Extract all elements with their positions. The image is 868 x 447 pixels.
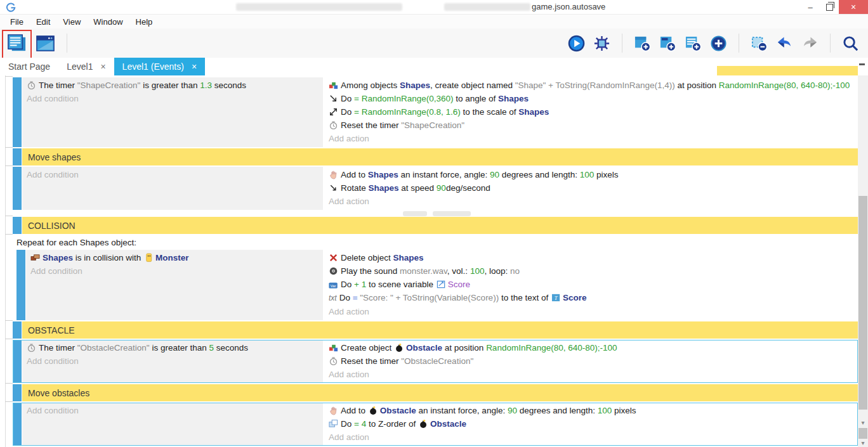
tab-level1[interactable]: Level1×: [58, 58, 114, 75]
actions-column[interactable]: Among objects Shapes, create object name…: [324, 77, 858, 147]
timer-icon: [329, 120, 338, 130]
debug-button[interactable]: [593, 35, 610, 52]
comment-row[interactable]: COLLISION: [13, 217, 858, 234]
action-line[interactable]: Play the sound monster.wav, vol.: 100, l…: [324, 264, 858, 278]
actions-column[interactable]: Delete object ShapesPlay the sound monst…: [324, 250, 858, 320]
add-condition-link[interactable]: Add condition: [26, 264, 323, 278]
remove-event-button[interactable]: [751, 35, 768, 52]
menu-item-edit[interactable]: Edit: [30, 16, 56, 28]
menu-item-file[interactable]: File: [4, 16, 30, 28]
tab-close-icon[interactable]: ×: [100, 62, 105, 72]
action-line[interactable]: Among objects Shapes, create object name…: [324, 79, 858, 92]
action-line[interactable]: Add to Obstacle an instant force, angle:…: [324, 404, 858, 417]
minimize-button[interactable]: –: [801, 0, 820, 14]
actions-column[interactable]: Create object Obstacle at position Rando…: [324, 340, 858, 383]
event-handle[interactable]: [13, 217, 22, 234]
tab-bar: Start PageLevel1×Level1 (Events)×: [0, 58, 868, 75]
add-event-button[interactable]: [634, 35, 651, 52]
menu-item-view[interactable]: View: [56, 16, 87, 28]
scrollbar-mini-thumb[interactable]: [858, 428, 867, 439]
action-line[interactable]: Create object Obstacle at position Rando…: [324, 341, 858, 354]
add-comment-button[interactable]: [685, 35, 702, 52]
vertical-scrollbar[interactable]: ▾ ▾: [858, 75, 868, 447]
action-line[interactable]: Do = 4 to Z-order of Obstacle: [324, 417, 858, 431]
event-handle[interactable]: [13, 148, 22, 165]
scroll-down-icon[interactable]: ▾: [861, 419, 864, 427]
add-condition-link[interactable]: Add condition: [22, 92, 323, 105]
add-condition-link[interactable]: Add condition: [22, 404, 323, 417]
conditions-column[interactable]: The timer "ObstacleCreation" is greater …: [22, 340, 323, 383]
events-sheet-button[interactable]: [6, 33, 27, 54]
event-handle[interactable]: [16, 250, 25, 320]
undo-button[interactable]: [776, 35, 793, 52]
remove-event-icon: [751, 35, 768, 52]
scroll-down-icon[interactable]: ▾: [861, 439, 864, 447]
comment-text[interactable]: Move shapes: [22, 148, 858, 165]
tab-close-icon[interactable]: ×: [192, 62, 197, 72]
add-condition-link[interactable]: Add condition: [22, 354, 323, 368]
conditions-column[interactable]: Add condition: [22, 403, 323, 446]
add-action-link[interactable]: Add action: [324, 305, 858, 318]
scrollbar-thumb[interactable]: [858, 196, 867, 410]
event-handle[interactable]: [13, 77, 22, 147]
add-action-link[interactable]: Add action: [324, 431, 858, 444]
comment-text[interactable]: Move obstacles: [22, 384, 858, 401]
comment-row[interactable]: OBSTACLE: [13, 321, 858, 339]
search-button[interactable]: [842, 35, 859, 52]
conditions-column[interactable]: The timer "ShapeCreation" is greater tha…: [22, 77, 323, 147]
scene-editor-button[interactable]: [35, 33, 56, 54]
tab-level1-events-[interactable]: Level1 (Events)×: [114, 58, 205, 75]
comment-row[interactable]: Move obstacles: [13, 384, 858, 401]
toolbar-divider: [622, 34, 622, 53]
text-segment: Shapes: [369, 183, 399, 193]
action-line[interactable]: Reset the timer "ShapeCreation": [324, 119, 858, 132]
event-handle[interactable]: [13, 321, 22, 339]
close-button[interactable]: ×: [839, 0, 868, 14]
scene-variable-icon: [437, 280, 446, 289]
repeat-header[interactable]: Repeat for each Shapes object:: [13, 235, 858, 250]
actions-column[interactable]: Add to Obstacle an instant force, angle:…: [324, 403, 858, 446]
action-line[interactable]: Do = RandomInRange(0.8, 1.6) to the scal…: [324, 105, 858, 119]
event-handle[interactable]: [13, 167, 22, 210]
event-row[interactable]: Add conditionAdd to Obstacle an instant …: [13, 403, 858, 446]
event-handle[interactable]: [13, 403, 22, 446]
comment-row[interactable]: Move shapes: [13, 148, 858, 165]
action-line[interactable]: txtDo = "Score: " + ToString(Variable(Sc…: [324, 291, 858, 305]
event-handle[interactable]: [13, 384, 22, 401]
conditions-column[interactable]: Add condition: [22, 167, 323, 210]
action-line[interactable]: Do = RandomInRange(0,360) to angle of Sh…: [324, 92, 858, 105]
conditions-column[interactable]: Shapes is in collision with MonsterAdd c…: [26, 250, 323, 320]
event-row[interactable]: The timer "ShapeCreation" is greater tha…: [13, 77, 858, 147]
add-action-link[interactable]: Add action: [324, 195, 858, 208]
menu-item-help[interactable]: Help: [129, 16, 159, 28]
add-action-link[interactable]: Add action: [324, 132, 858, 145]
menu-item-window[interactable]: Window: [87, 16, 129, 28]
action-line[interactable]: Delete object Shapes: [324, 251, 858, 264]
text-segment: Do: [341, 280, 354, 289]
comment-text[interactable]: COLLISION: [22, 217, 858, 234]
actions-column[interactable]: Add to Shapes an instant force, angle: 9…: [324, 167, 858, 210]
add-circle-plus-button[interactable]: [710, 35, 727, 52]
add-condition-link[interactable]: Add condition: [22, 168, 323, 181]
condition-line[interactable]: The timer "ShapeCreation" is greater tha…: [22, 79, 323, 92]
condition-line[interactable]: Shapes is in collision with Monster: [26, 251, 323, 264]
tab-start-page[interactable]: Start Page: [0, 58, 58, 75]
gutter-tick: [5, 76, 13, 77]
redo-button[interactable]: [801, 35, 819, 52]
action-line[interactable]: Reset the timer "ObstacleCreation": [324, 354, 858, 368]
add-action-link[interactable]: Add action: [324, 368, 858, 381]
timer-icon: [27, 343, 36, 353]
add-subevent-button[interactable]: [659, 35, 676, 52]
action-line[interactable]: Add to Shapes an instant force, angle: 9…: [324, 168, 858, 181]
comment-text[interactable]: OBSTACLE: [22, 321, 858, 339]
condition-line[interactable]: The timer "ObstacleCreation" is greater …: [22, 341, 323, 354]
event-row[interactable]: Add conditionAdd to Shapes an instant fo…: [13, 167, 858, 210]
action-line[interactable]: VarDo + 1 to scene variable Score: [324, 278, 858, 291]
restore-button[interactable]: [820, 0, 839, 14]
event-row[interactable]: The timer "ObstacleCreation" is greater …: [13, 340, 858, 383]
event-handle[interactable]: [13, 340, 22, 383]
repeat-event-row[interactable]: Repeat for each Shapes object:Shapes is …: [13, 235, 858, 320]
play-button[interactable]: [568, 35, 585, 52]
action-line[interactable]: Rotate Shapes at speed 90deg/second: [324, 181, 858, 195]
text-segment: "Shape" + ToString(RandomInRange(1,4)): [515, 81, 675, 90]
